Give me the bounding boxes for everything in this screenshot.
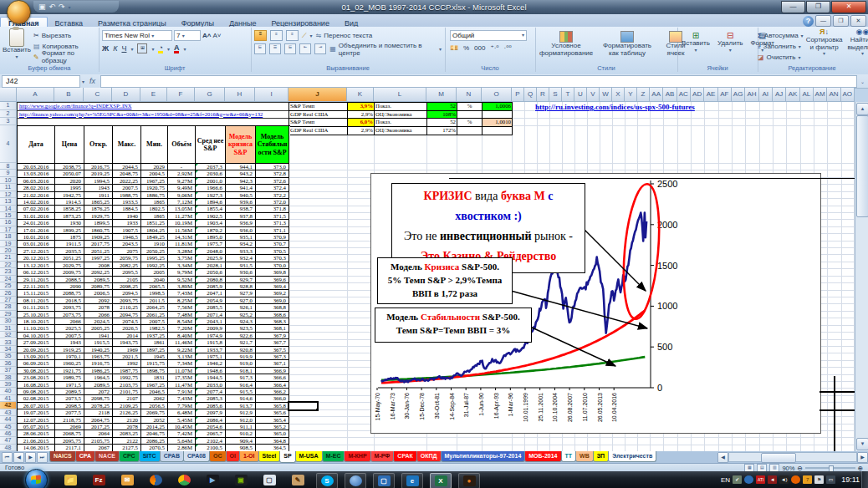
table-cell[interactable]: 921,7	[226, 339, 256, 346]
summary-cell[interactable]: ОЦ/Экономика	[375, 127, 427, 136]
table-cell[interactable]: 1970,1	[55, 353, 84, 360]
table-cell[interactable]: 371,1	[256, 227, 289, 234]
table-cell[interactable]: 2043,5	[113, 241, 141, 247]
column-header-AH[interactable]: AH	[745, 88, 758, 102]
table-cell[interactable]: 7,43M	[168, 395, 196, 402]
font-size-combo[interactable]: 7 ▾	[174, 30, 201, 41]
row-header-22[interactable]: 22	[0, 262, 17, 268]
table-cell[interactable]: 3,75M	[168, 255, 196, 262]
table-cell[interactable]: 2014,25	[141, 424, 168, 430]
maximize-button[interactable]: ❐	[806, 1, 830, 13]
table-cell[interactable]: 930,6	[226, 269, 256, 276]
table-cell[interactable]: 13.03.2016	[18, 170, 55, 177]
table-cell[interactable]: 2040	[141, 277, 168, 283]
row-header-34[interactable]: 34	[0, 346, 17, 353]
table-cell[interactable]: 936,9	[226, 220, 256, 226]
fx-icon[interactable]: fx	[89, 77, 95, 85]
table-cell[interactable]: 31.01.2016	[18, 213, 55, 220]
sheet-tab-SITC[interactable]: SITC	[139, 451, 161, 462]
table-cell[interactable]: 366,4	[256, 382, 289, 389]
workbook-close-button[interactable]: ✕	[850, 15, 866, 27]
table-cell[interactable]: 1860,75	[84, 227, 113, 234]
sheet-tab-CPA08[interactable]: CPA08	[183, 451, 210, 462]
sheet-tab-M-USA[interactable]: M-USA	[295, 451, 323, 462]
table-cell[interactable]: 1875	[55, 234, 84, 241]
table-cell[interactable]: 29.11.2015	[18, 277, 55, 283]
table-cell[interactable]: 917,3	[226, 374, 256, 381]
table-cell[interactable]: 1943,75	[113, 339, 141, 346]
increase-indent-button[interactable]: ⇥	[314, 43, 326, 54]
column-header-X[interactable]: X	[612, 88, 625, 102]
table-header-3[interactable]: Макс.	[113, 126, 141, 164]
row-header-4[interactable]: 4	[0, 125, 17, 163]
taskbar-icon-filezilla[interactable]: Fz	[89, 473, 109, 487]
column-header-R[interactable]: R	[537, 88, 549, 102]
table-cell[interactable]: 370,7	[256, 241, 289, 247]
column-header-S[interactable]: S	[549, 88, 562, 102]
column-header-T[interactable]: T	[562, 88, 574, 102]
summary-table[interactable]: S&P Темп3,9%Показ.52%1,0006GDP Real США2…	[288, 102, 513, 135]
table-cell[interactable]: 2009,75	[55, 269, 84, 276]
table-cell[interactable]: 11,81M	[168, 241, 196, 247]
table-cell[interactable]: 914,6	[226, 395, 256, 402]
summary-cell[interactable]: Показ.	[375, 103, 427, 111]
bold-button[interactable]: Ж	[102, 44, 109, 53]
row-header-11[interactable]: 11	[0, 184, 17, 191]
table-header-6[interactable]: Сред нее S&P	[196, 126, 226, 164]
tray-volume-red-icon[interactable]: ◄	[768, 475, 777, 484]
table-cell[interactable]: 2022,25	[113, 178, 141, 185]
table-cell[interactable]: 1933	[113, 220, 141, 226]
table-cell[interactable]: 1870,2	[196, 227, 226, 234]
table-cell[interactable]: 372,6	[256, 178, 289, 185]
table-cell[interactable]: 1994,5	[84, 178, 113, 185]
table-cell[interactable]: 13.12.2015	[18, 262, 55, 269]
column-header-AK[interactable]: AK	[786, 88, 799, 102]
table-cell[interactable]: 2095,75	[55, 438, 84, 445]
table-cell[interactable]: 2050,25	[141, 248, 168, 255]
fill-color-icon[interactable]: ◔	[158, 44, 162, 53]
tray-firefox-icon[interactable]	[791, 475, 800, 484]
table-header-1[interactable]: Цена	[55, 126, 84, 164]
table-cell[interactable]: 2051,25	[84, 248, 113, 255]
row-header-2[interactable]: 2	[0, 110, 17, 119]
table-cell[interactable]: 2082,25	[113, 262, 141, 269]
table-cell[interactable]: 06.03.2016	[18, 178, 55, 185]
table-cell[interactable]: 2046,75	[141, 430, 168, 437]
table-cell[interactable]: 3,13M	[168, 353, 196, 360]
column-header-H[interactable]: H	[225, 88, 255, 102]
table-cell[interactable]: 919,0	[226, 360, 256, 367]
table-cell[interactable]: 2017,75	[84, 241, 113, 247]
table-cell[interactable]: 1915,75	[141, 360, 168, 367]
taskbar-icon-skype[interactable]: S	[316, 473, 338, 488]
column-header-AE[interactable]: AE	[704, 88, 717, 102]
row-header-37[interactable]: 37	[0, 367, 17, 374]
office-button[interactable]	[7, 0, 31, 24]
table-cell[interactable]: 1997,25	[84, 255, 113, 262]
table-cell[interactable]: 1992,75	[113, 374, 141, 381]
table-cell[interactable]: 365,6	[256, 409, 289, 416]
table-cell[interactable]: 934,2	[226, 241, 256, 247]
table-cell[interactable]: 10,19M	[168, 220, 196, 226]
row-header-20[interactable]: 20	[0, 247, 17, 254]
summary-cell[interactable]: 52	[427, 119, 457, 127]
table-cell[interactable]: 2056,5	[141, 403, 168, 409]
table-header-0[interactable]: Дата	[18, 126, 55, 164]
table-cell[interactable]: -	[168, 164, 196, 170]
table-cell[interactable]: 2089,5	[55, 389, 84, 395]
table-cell[interactable]: 2078,25	[84, 403, 113, 409]
table-cell[interactable]: 2044,5	[113, 164, 141, 170]
align-right-button[interactable]: ⋿	[284, 43, 296, 54]
font-name-combo[interactable]: Times New Rol ▾	[102, 30, 172, 41]
table-cell[interactable]: 2101,75	[113, 389, 141, 395]
row-header-45[interactable]: 45	[0, 424, 17, 430]
table-cell[interactable]: 2065,5	[141, 283, 168, 290]
table-cell[interactable]: 10,45M	[168, 424, 196, 430]
save-icon[interactable]: ▣	[38, 3, 46, 11]
table-cell[interactable]: 1989,75	[55, 374, 84, 381]
table-cell[interactable]: 2033,0	[196, 382, 226, 389]
table-cell[interactable]: 1995,25	[141, 255, 168, 262]
summary-cell[interactable]: ОЦ/Экономика	[375, 111, 427, 119]
column-header-V[interactable]: V	[587, 88, 600, 102]
table-cell[interactable]: 370,9	[256, 234, 289, 241]
table-cell[interactable]: 2062	[141, 395, 168, 402]
